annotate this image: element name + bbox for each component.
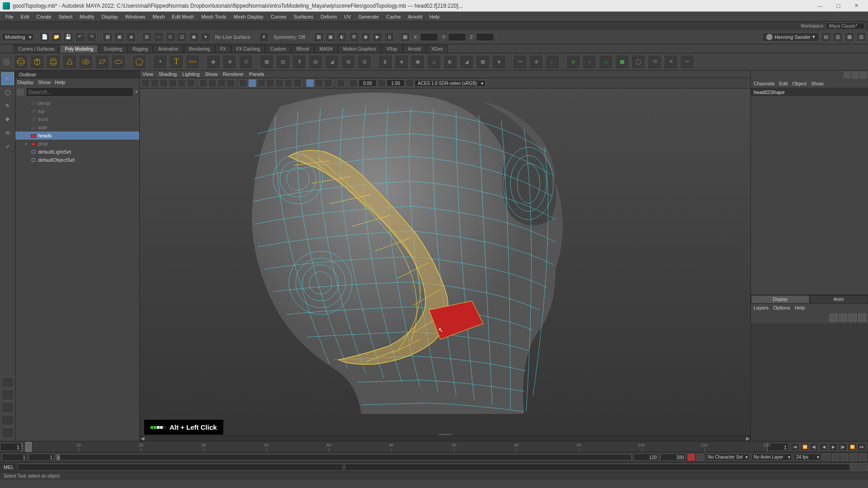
- menu-create[interactable]: Create: [33, 13, 55, 21]
- menu-arnold[interactable]: Arnold: [404, 13, 426, 21]
- outliner-item-prop[interactable]: +prop: [15, 140, 139, 148]
- vp-grease[interactable]: [187, 79, 195, 87]
- menu-mesh-tools[interactable]: Mesh Tools: [198, 13, 230, 21]
- undo-button[interactable]: ↶: [75, 32, 85, 42]
- character-set-dropdown[interactable]: No Character Set: [706, 454, 750, 460]
- vp-ao[interactable]: [275, 79, 283, 87]
- vp-menu-view[interactable]: View: [142, 71, 153, 77]
- outliner-persp-button[interactable]: [1, 415, 14, 426]
- vp-film-gate[interactable]: [208, 79, 217, 87]
- anim-layer-dropdown[interactable]: No Anim Layer: [751, 454, 792, 460]
- close-button[interactable]: ✕: [847, 1, 865, 10]
- menu-mesh-display[interactable]: Mesh Display: [230, 13, 267, 21]
- paint-select-tool[interactable]: ✎: [1, 99, 14, 112]
- bool-diff-button[interactable]: −: [582, 55, 597, 69]
- spin-edge-button[interactable]: ⟲: [647, 55, 662, 69]
- extrude-button[interactable]: ⬆: [292, 55, 307, 69]
- command-input[interactable]: [18, 464, 343, 471]
- range-handle[interactable]: 1: [57, 455, 60, 460]
- target-weld-button[interactable]: ⊕: [529, 55, 543, 69]
- new-scene-button[interactable]: 📄: [40, 32, 50, 42]
- triangulate-button[interactable]: ◢: [459, 55, 474, 69]
- ipr-button[interactable]: ◐: [337, 32, 347, 42]
- pause-button[interactable]: ⏸: [384, 32, 394, 42]
- shelf-tab-vray[interactable]: VRay: [382, 45, 402, 53]
- minimize-button[interactable]: —: [811, 1, 829, 10]
- workspace-value[interactable]: Maya Classic*: [826, 23, 864, 29]
- maximize-button[interactable]: ▢: [829, 1, 847, 10]
- vp-use-lights[interactable]: [257, 79, 265, 87]
- outliner-item-heads[interactable]: +heads: [15, 131, 139, 140]
- sidebar-toggle-4[interactable]: ▧: [856, 32, 866, 42]
- vp-menu-shading[interactable]: Shading: [159, 71, 177, 77]
- menu-file[interactable]: File: [2, 13, 17, 21]
- menu-edit-mesh[interactable]: Edit Mesh: [168, 13, 198, 21]
- vp-grid[interactable]: [199, 79, 208, 87]
- outliner-menu-help[interactable]: Help: [55, 80, 66, 85]
- layer-menu-layers[interactable]: Layers: [754, 305, 769, 310]
- viewport-scrollbar[interactable]: ◀▶: [140, 436, 750, 441]
- combine-button[interactable]: ▦: [259, 55, 274, 69]
- torus-button[interactable]: [79, 55, 93, 69]
- go-to-end-button[interactable]: ⏭: [857, 443, 866, 451]
- loop-button[interactable]: [823, 454, 830, 461]
- outliner-item-front[interactable]: 🎥front: [15, 115, 139, 123]
- mirror-button[interactable]: ⧗: [378, 55, 392, 69]
- plane-button[interactable]: [95, 55, 109, 69]
- range-end-field[interactable]: 120: [633, 454, 659, 461]
- vp-menu-renderer[interactable]: Renderer: [223, 71, 244, 77]
- viewport-3d[interactable]: ↖ persp Alt + Left Click ◀▶: [140, 89, 750, 441]
- channel-tab-show[interactable]: Show: [811, 81, 824, 86]
- menu-display[interactable]: Display: [98, 13, 122, 21]
- outliner-item-side[interactable]: 🎥side: [15, 123, 139, 131]
- insert-loop-button[interactable]: ⊞: [341, 55, 355, 69]
- fps-dropdown[interactable]: 24 fps: [794, 454, 821, 460]
- playblast-button[interactable]: ▶: [373, 32, 382, 42]
- outliner-search-input[interactable]: [26, 87, 133, 97]
- vp-xray-joints[interactable]: [324, 79, 332, 87]
- range-track[interactable]: 1: [56, 454, 632, 460]
- shelf-tab-mash[interactable]: MASH: [315, 45, 338, 53]
- move-tool[interactable]: ✥: [1, 113, 14, 126]
- display-layer-tab[interactable]: Display: [751, 295, 810, 304]
- shelf-tab-fx-caching[interactable]: FX Caching: [231, 45, 265, 53]
- bevel-button[interactable]: ◢: [325, 55, 339, 69]
- command-history-button[interactable]: [860, 463, 868, 471]
- shelf-tab-custom[interactable]: Custom: [265, 45, 291, 53]
- reduce-button[interactable]: ▼: [492, 55, 506, 69]
- two-pane-button[interactable]: [1, 402, 14, 413]
- vp-menu-show[interactable]: Show: [205, 71, 218, 77]
- channel-tab-object[interactable]: Object: [792, 81, 807, 86]
- delete-edge-button[interactable]: ✂: [680, 55, 694, 69]
- channel-tab-edit[interactable]: Edit: [779, 81, 788, 86]
- playback-prefs-button[interactable]: [832, 454, 839, 461]
- layer-move-up-icon[interactable]: [830, 314, 838, 322]
- persp-graph-button[interactable]: [1, 427, 14, 438]
- range-start-field[interactable]: 1: [29, 454, 54, 461]
- separate-button[interactable]: ▨: [276, 55, 290, 69]
- offset-loop-button[interactable]: ⊟: [357, 55, 372, 69]
- vp-bookmarks[interactable]: [160, 79, 168, 87]
- bridge-button[interactable]: ▤: [308, 55, 323, 69]
- shelf-tab-motion-graphics[interactable]: Motion Graphics: [338, 45, 381, 53]
- vp-isolate[interactable]: [337, 79, 345, 87]
- shelf-tab-animation[interactable]: Animation: [153, 45, 183, 53]
- vp-gamma-value[interactable]: 1.00: [387, 80, 405, 87]
- collapse-button[interactable]: ✕: [664, 55, 678, 69]
- timeline-current-frame[interactable]: 1: [767, 443, 789, 451]
- channel-toggle-icon[interactable]: [844, 71, 851, 79]
- vp-select-camera[interactable]: [142, 79, 150, 87]
- scale-tool[interactable]: ⤢: [1, 140, 14, 153]
- sidebar-toggle-3[interactable]: ▦: [844, 32, 854, 42]
- sidebar-toggle-2[interactable]: ▥: [833, 32, 843, 42]
- layer-new-empty-icon[interactable]: [849, 314, 857, 322]
- layer-menu-options[interactable]: Options: [773, 305, 790, 310]
- select-object-button[interactable]: ▣: [114, 32, 124, 42]
- vp-wireframe-on-shaded[interactable]: [306, 79, 314, 87]
- expander-icon[interactable]: +: [24, 141, 29, 146]
- platonic-button[interactable]: [132, 55, 146, 69]
- layer-new-selected-icon[interactable]: [858, 314, 866, 322]
- select-tool[interactable]: ↖: [1, 72, 14, 85]
- vp-gamma-icon[interactable]: [377, 79, 386, 87]
- snap-live-button[interactable]: ◉: [189, 32, 199, 42]
